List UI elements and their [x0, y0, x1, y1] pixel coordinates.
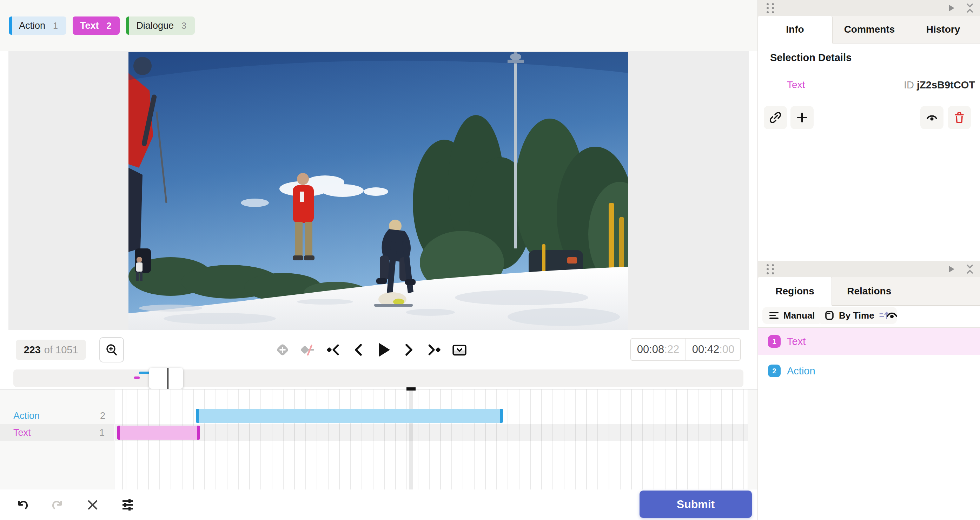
selection-actions [758, 106, 980, 130]
track-label-action[interactable]: Action 2 [0, 407, 115, 424]
label-tag-bar: Action 1 Text 2 Dialogue 3 [0, 0, 757, 51]
sort-by-time-icon [825, 310, 834, 320]
time-display: 00:08:22 00:42:00 [630, 338, 741, 361]
minimap-playhead [167, 368, 169, 389]
label-tag-text[interactable]: Text 2 [73, 16, 120, 35]
add-meta-button[interactable] [791, 106, 814, 129]
selection-details-heading: Selection Details [770, 52, 851, 64]
keyframe-interpolation-button[interactable] [300, 337, 316, 362]
toggle-all-visibility-button[interactable] [885, 310, 899, 322]
details-panel: Info Comments History Selection Details … [758, 0, 980, 261]
undo-button[interactable] [15, 496, 30, 514]
frame-counter[interactable]: 223 of 1051 [16, 340, 86, 360]
frame-total: of 1051 [44, 344, 78, 356]
undo-icon [16, 498, 30, 512]
group-mode-label: Manual [783, 310, 815, 321]
playhead-handle[interactable] [406, 387, 415, 391]
submit-button[interactable]: Submit [640, 491, 752, 518]
regions-panel: Regions Relations Manual [758, 261, 980, 385]
detach-panel-button[interactable] [946, 2, 957, 14]
time-position-frames: :22 [664, 343, 679, 356]
plus-icon [796, 112, 808, 123]
next-frame-button[interactable] [401, 337, 417, 362]
region-label: Text [787, 336, 805, 347]
sort-mode-button[interactable]: By Time [818, 307, 897, 324]
tab-regions[interactable]: Regions [758, 277, 832, 306]
time-duration[interactable]: 00:42:00 [686, 339, 740, 360]
eye-icon [926, 112, 938, 123]
bottom-action-bar: Submit [0, 490, 757, 520]
redo-icon [51, 498, 65, 512]
timeline-zoom-button[interactable] [99, 337, 124, 363]
label-tag-action[interactable]: Action 1 [9, 16, 66, 35]
video-content-ski-scene [129, 52, 628, 330]
region-list: 1 Text 2 Action [758, 328, 980, 385]
previous-frame-button[interactable] [350, 337, 366, 362]
delete-region-button[interactable] [948, 106, 971, 129]
track-name: Action [13, 410, 40, 421]
timeline-minimap[interactable] [13, 369, 743, 387]
playhead-column[interactable] [409, 390, 413, 490]
minimap-viewport-handle[interactable] [149, 368, 183, 389]
playback-controls [275, 337, 468, 362]
reset-button[interactable] [85, 496, 100, 514]
tag-label: Dialogue [136, 20, 174, 31]
timeline-scrollbar[interactable] [748, 390, 757, 490]
timeline: Action 2 Text 1 [0, 389, 757, 490]
collapse-panel-button[interactable] [964, 2, 975, 14]
tag-hotkey: 2 [107, 21, 111, 31]
redo-button[interactable] [50, 496, 65, 514]
keyframe-add-icon [275, 342, 290, 358]
time-duration-main: 00:42 [692, 343, 719, 356]
tag-hotkey: 1 [53, 21, 58, 31]
toggle-timeline-button[interactable] [452, 337, 468, 362]
label-tag-dialogue[interactable]: Dialogue 3 [126, 16, 194, 35]
video-annotation-app: Action 1 Text 2 Dialogue 3 [0, 0, 980, 520]
play-button[interactable] [375, 337, 392, 362]
selection-label: Text [787, 79, 805, 91]
timeline-region-text[interactable] [117, 426, 200, 440]
play-triangle-icon [948, 4, 955, 12]
settings-button[interactable] [120, 496, 135, 514]
next-keyframe-icon [426, 343, 442, 357]
track-label-text[interactable]: Text 1 [0, 424, 114, 441]
playback-controls-bar: 223 of 1051 [0, 330, 757, 369]
timeline-track-labels: Action 2 Text 1 [0, 390, 115, 490]
detach-panel-button[interactable] [946, 263, 957, 275]
previous-keyframe-icon [325, 343, 341, 357]
tag-hotkey: 3 [181, 21, 186, 31]
drag-handle-icon[interactable] [767, 264, 776, 275]
previous-keyframe-button[interactable] [325, 337, 341, 362]
tab-history[interactable]: History [906, 16, 980, 43]
id-value: jZ2sB9tCOT [917, 79, 975, 91]
region-list-item-text[interactable]: 1 Text [758, 328, 980, 355]
text-track-band [115, 424, 748, 441]
video-frame[interactable] [129, 52, 628, 330]
regions-toolbar: Manual By Time [758, 306, 980, 328]
tag-label: Action [19, 20, 45, 31]
group-mode-button[interactable]: Manual [762, 307, 822, 324]
next-keyframe-button[interactable] [426, 337, 442, 362]
timeline-grid[interactable] [115, 390, 748, 490]
create-relation-button[interactable] [764, 106, 787, 129]
keyframe-add-button[interactable] [275, 337, 291, 362]
selection-row[interactable]: Text IDjZ2sB9tCOT [758, 79, 980, 95]
selection-id: IDjZ2sB9tCOT [904, 79, 975, 91]
details-body: Selection Details Text IDjZ2sB9tCOT [758, 43, 980, 261]
timeline-region-action[interactable] [196, 409, 503, 423]
tab-info[interactable]: Info [758, 16, 832, 43]
tag-color-bar [9, 16, 12, 35]
time-duration-frames: :00 [719, 343, 734, 356]
collapse-panel-button[interactable] [964, 263, 975, 275]
time-position[interactable]: 00:08:22 [631, 339, 686, 360]
tab-relations[interactable]: Relations [832, 277, 906, 305]
chevron-right-icon [403, 343, 415, 357]
play-triangle-icon [948, 265, 955, 274]
drag-handle-icon[interactable] [767, 3, 776, 14]
keyframe-interpolation-icon [300, 342, 316, 358]
collapse-chevrons-icon [966, 2, 974, 14]
sort-mode-label: By Time [839, 310, 874, 321]
region-list-item-action[interactable]: 2 Action [758, 357, 980, 385]
tab-comments[interactable]: Comments [832, 16, 906, 43]
hide-region-button[interactable] [920, 106, 943, 129]
